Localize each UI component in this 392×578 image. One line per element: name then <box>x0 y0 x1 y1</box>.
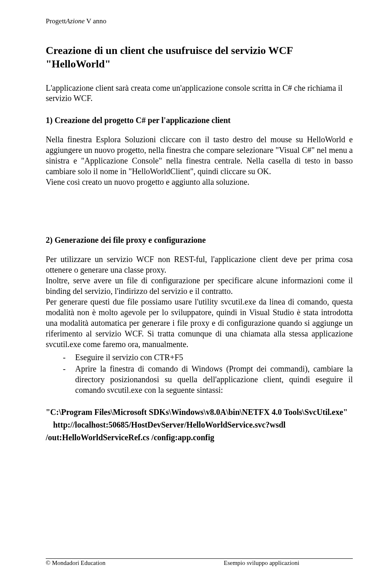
section-2-p1: Per utilizzare un servizio WCF non REST-… <box>46 254 353 275</box>
dash-icon: - <box>63 363 75 374</box>
document-page: ProgettAzione V anno Creazione di un cli… <box>0 0 392 578</box>
command-line-2: http://localhost:50685/HostDevServer/Hel… <box>46 419 353 430</box>
list-item: - Eseguire il servizio con CTR+F5 <box>46 352 353 363</box>
header-part3: V anno <box>85 17 106 25</box>
dash-icon: - <box>63 352 75 363</box>
spacer <box>46 216 353 235</box>
page-header: ProgettAzione V anno <box>46 17 353 25</box>
command-line-3: /out:HelloWorldServiceRef.cs /config:app… <box>46 432 353 443</box>
document-title: Creazione di un client che usufruisce de… <box>46 44 353 71</box>
list-item: - Aprire la finestra di comando di Windo… <box>46 363 353 395</box>
command-line-1: "C:\Program Files\Microsoft SDKs\Windows… <box>46 407 353 418</box>
footer-left: © Mondadori Education <box>46 560 175 567</box>
section-2-p2: Inoltre, serve avere un file di configur… <box>46 275 353 296</box>
header-part1: Progett <box>46 17 66 25</box>
page-footer: © Mondadori Education Esempio sviluppo a… <box>46 558 353 567</box>
section-1-p2: Viene così creato un nuovo progetto e ag… <box>46 177 353 187</box>
section-2-heading: 2) Generazione dei file proxy e configur… <box>46 235 353 245</box>
bullet-list: - Eseguire il servizio con CTR+F5 - Apri… <box>46 352 353 395</box>
intro-paragraph: L'applicazione client sarà creata come u… <box>46 83 353 103</box>
section-1-p1: Nella finestra Esplora Soluzioni cliccar… <box>46 134 353 177</box>
list-item-text: Aprire la finestra di comando di Windows… <box>75 363 353 395</box>
section-2-p3: Per generare questi due file possiamo us… <box>46 296 353 349</box>
section-1-heading: 1) Creazione del progetto C# per l'appli… <box>46 116 353 125</box>
footer-center: Esempio sviluppo applicazioni <box>175 560 353 567</box>
header-part2: Azione <box>66 17 85 25</box>
list-item-text: Eseguire il servizio con CTR+F5 <box>75 352 353 363</box>
